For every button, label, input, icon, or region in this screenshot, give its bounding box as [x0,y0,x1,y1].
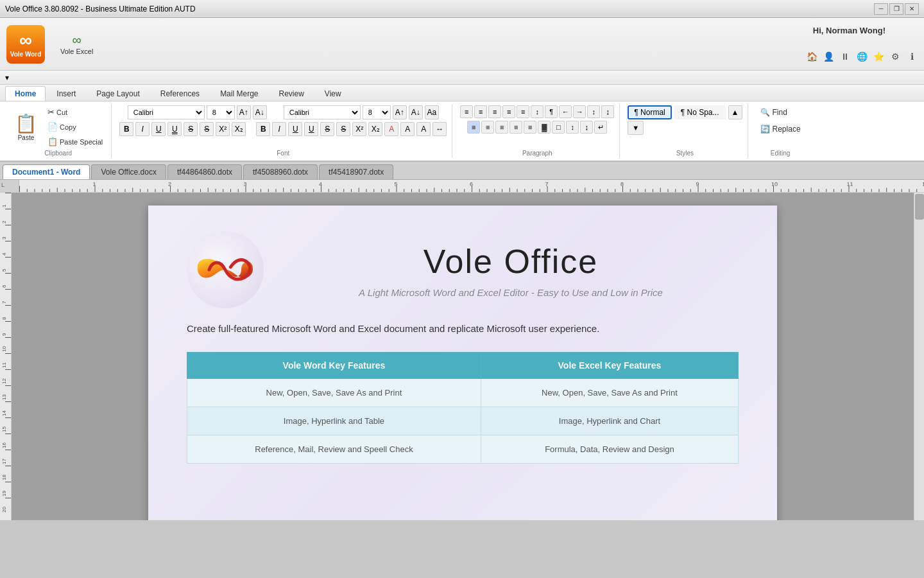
underline-button-2[interactable]: U [288,122,302,136]
para-spacing-button[interactable]: ↨ [601,105,614,118]
tab-references[interactable]: References [151,86,209,101]
tab-view[interactable]: View [315,86,351,101]
tab-insert[interactable]: Insert [47,86,85,101]
style-normal[interactable]: ¶ Normal [628,105,671,119]
tab-home[interactable]: Home [5,86,46,101]
line-spacing-button[interactable]: ↕ [587,105,600,118]
bold-button[interactable]: B [119,122,133,136]
subscript-button[interactable]: X₂ [232,122,246,136]
underline3-button[interactable]: U [304,122,318,136]
doc-tab-2[interactable]: tf44864860.dotx [167,164,242,179]
doc-tab-1[interactable]: Vole Office.docx [91,164,166,179]
vole-excel-button[interactable]: ∞ Vole Excel [55,30,98,58]
font-grow-button-1[interactable]: A↑ [237,105,251,119]
close-button[interactable]: ✕ [905,3,919,15]
align-justify-button[interactable]: ≡ [509,121,522,134]
tab-mail-merge[interactable]: Mail Merge [210,86,268,101]
sort-button[interactable]: ↕ [531,105,543,118]
shading-button[interactable]: ▓ [538,121,551,134]
browser-icon[interactable]: 🌐 [855,49,869,64]
rtl-button[interactable]: ↔ [432,122,447,136]
list-bullet-button[interactable]: ≡ [460,105,473,118]
italic-button[interactable]: I [135,122,150,136]
strikethrough4-button[interactable]: S [336,122,350,136]
doc-tab-0[interactable]: Document1 - Word [3,164,90,179]
font-name-select-1[interactable]: Calibri [128,105,205,119]
line-spacing2-button[interactable]: ↕ [566,121,579,134]
font-highlight-button[interactable]: A [400,122,415,136]
underline2-button[interactable]: U [167,122,182,136]
paste-special-button[interactable]: 📋 Paste Special [44,135,106,148]
cut-button[interactable]: ✂ Cut [44,105,106,119]
style-no-spacing[interactable]: ¶ No Spa... [674,105,726,119]
doc-tab-4[interactable]: tf45418907.dotx [319,164,393,179]
scroll-thumb[interactable] [915,194,924,220]
para-mark-button[interactable]: ¶ [545,105,558,118]
restore-button[interactable]: ❐ [889,3,903,15]
strikethrough3-button[interactable]: S [320,122,334,136]
quick-access-arrow[interactable]: ▾ [5,73,9,82]
feature-table: Vole Word Key Features Vole Excel Key Fe… [187,352,739,464]
para-spacing2-button[interactable]: ↨ [580,121,593,134]
indent-decrease-button[interactable]: ← [559,105,572,118]
vole-excel-label: Vole Excel [60,48,93,55]
tab-page-layout[interactable]: Page Layout [87,86,149,101]
doc-tab-3[interactable]: tf45088960.dotx [243,164,318,179]
star-icon[interactable]: ⭐ [871,49,886,64]
font-name-select-2[interactable]: Calibri [284,105,361,119]
align-left-button[interactable]: ≡ [467,121,480,134]
para-row-2: ≡ ≡ ≡ ≡ ≡ ▓ □ ↕ ↨ ↵ [467,121,607,134]
para-indent-button[interactable]: ↵ [594,121,607,134]
quick-access-toolbar: ▾ [0,71,924,85]
account-icon[interactable]: 👤 [821,49,835,64]
superscript-button[interactable]: X² [216,122,230,136]
font-size-select-2[interactable]: 8 [363,105,391,119]
align-distribute-button[interactable]: ≡ [524,121,536,134]
align-center-button[interactable]: ≡ [481,121,494,134]
font-shrink-button-2[interactable]: A↓ [409,105,423,119]
font-case-button[interactable]: Aa [425,105,439,119]
list-multi-button[interactable]: ≡ [517,105,529,118]
bold-button-2[interactable]: B [256,122,270,136]
italic-button-2[interactable]: I [272,122,286,136]
info-icon[interactable]: ℹ [905,49,919,64]
border-button[interactable]: □ [552,121,565,134]
list-outdent-button[interactable]: ≡ [502,105,515,118]
window-controls: ─ ❐ ✕ [874,3,919,15]
copy-button[interactable]: 📄 Copy [44,120,106,134]
doc-main-title: Vole Office [283,242,739,281]
minimize-button[interactable]: ─ [874,3,888,15]
subscript2-button[interactable]: X₂ [368,122,382,136]
tab-review[interactable]: Review [269,86,313,101]
underline-button[interactable]: U [151,122,166,136]
scrollbar-right[interactable] [914,193,924,520]
table-cell-col2-2: Formula, Data, Review and Design [481,435,738,464]
list-number-button[interactable]: ≡ [474,105,487,118]
editing-group: 🔍 Find 🔄 Replace Editing [751,104,810,158]
paste-button[interactable]: 📋 Paste [10,110,42,144]
settings-icon[interactable]: ⚙ [888,49,902,64]
list-indent-button[interactable]: ≡ [488,105,501,118]
indent-increase-button[interactable]: → [573,105,586,118]
font-size-select-1[interactable]: 8 [207,105,235,119]
vole-word-button[interactable]: ∞ Vole Word [6,25,45,64]
document-area[interactable]: Vole Office A Light Microsoft Word and E… [12,193,914,520]
clipboard-group-content: 📋 Paste ✂ Cut 📄 Copy 📋 Paste Special [10,105,106,148]
replace-button[interactable]: 🔄 Replace [756,122,805,136]
strikethrough-button[interactable]: S [184,122,198,136]
superscript2-button[interactable]: X² [352,122,366,136]
find-button[interactable]: 🔍 Find [756,105,792,119]
font-shrink-button-1[interactable]: A↓ [253,105,267,119]
ruler-left-marker: L [0,180,19,192]
styles-more-button[interactable]: ▼ [628,121,644,135]
font-color-button[interactable]: A [384,122,398,136]
pause-icon[interactable]: ⏸ [838,49,852,64]
document-tabs: Document1 - Word Vole Office.docx tf4486… [0,162,924,180]
font-grow-button-2[interactable]: A↑ [393,105,407,119]
styles-scroll-up[interactable]: ▲ [728,105,742,119]
align-right-button[interactable]: ≡ [495,121,508,134]
paragraph-group: ≡ ≡ ≡ ≡ ≡ ↕ ¶ ← → ↕ ↨ ≡ ≡ ≡ ≡ ≡ [455,104,620,158]
help-icon[interactable]: 🏠 [805,49,819,64]
strikethrough2-button[interactable]: S [200,122,214,136]
font-color2-button[interactable]: A [416,122,431,136]
